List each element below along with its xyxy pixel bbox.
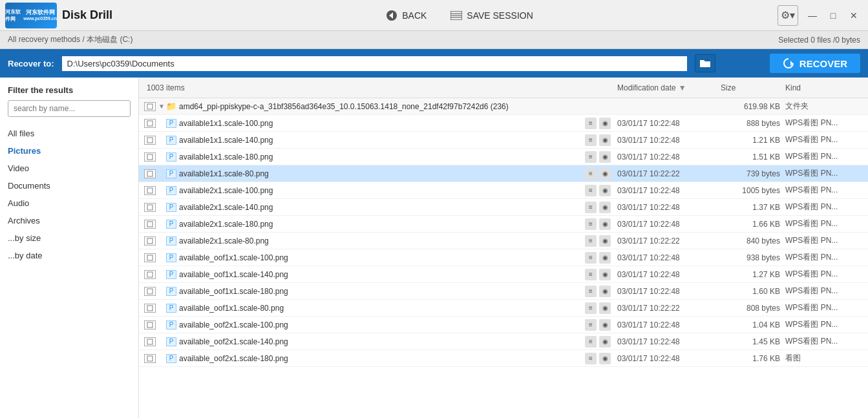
svg-rect-16 bbox=[147, 255, 153, 260]
row-checkbox[interactable] bbox=[144, 304, 156, 313]
svg-rect-22 bbox=[147, 356, 153, 361]
preview-icon[interactable]: ≡ bbox=[585, 319, 597, 331]
col-kind-header: Kind bbox=[785, 83, 863, 92]
preview-icon[interactable]: ≡ bbox=[585, 168, 597, 180]
file-kind: WPS看图 PN... bbox=[785, 134, 863, 145]
info-icon[interactable]: ◉ bbox=[599, 302, 611, 314]
row-checkbox[interactable] bbox=[144, 354, 156, 363]
item-count: 1003 items bbox=[144, 83, 578, 92]
preview-icon[interactable]: ≡ bbox=[585, 252, 597, 264]
row-checkbox[interactable] bbox=[144, 220, 156, 229]
info-icon[interactable]: ◉ bbox=[599, 118, 611, 129]
row-actions[interactable]: ≡ ◉ bbox=[578, 252, 617, 264]
row-actions[interactable]: ≡ ◉ bbox=[578, 269, 617, 280]
row-actions[interactable]: ≡ ◉ bbox=[578, 185, 617, 196]
preview-icon[interactable]: ≡ bbox=[585, 134, 597, 146]
preview-icon[interactable]: ≡ bbox=[585, 235, 597, 247]
preview-icon[interactable]: ≡ bbox=[585, 218, 597, 230]
file-icon: P bbox=[166, 186, 176, 195]
sidebar-item-pictures[interactable]: Pictures bbox=[0, 142, 138, 160]
row-actions[interactable]: ≡ ◉ bbox=[578, 302, 617, 314]
recover-button[interactable]: RECOVER bbox=[770, 54, 860, 73]
row-actions[interactable]: ≡ ◉ bbox=[578, 218, 617, 230]
info-icon[interactable]: ◉ bbox=[599, 269, 611, 280]
preview-icon[interactable]: ≡ bbox=[585, 202, 597, 213]
row-checkbox[interactable] bbox=[144, 320, 156, 329]
row-checkbox[interactable] bbox=[144, 102, 156, 111]
info-icon[interactable]: ◉ bbox=[599, 168, 611, 180]
row-checkbox[interactable] bbox=[144, 236, 156, 246]
info-icon[interactable]: ◉ bbox=[599, 218, 611, 230]
svg-rect-17 bbox=[147, 272, 153, 277]
preview-icon[interactable]: ≡ bbox=[585, 336, 597, 348]
row-checkbox[interactable] bbox=[144, 270, 156, 279]
row-actions[interactable]: ≡ ◉ bbox=[578, 168, 617, 180]
row-actions[interactable]: ≡ ◉ bbox=[578, 134, 617, 146]
file-kind: WPS看图 PN... bbox=[785, 252, 863, 263]
row-checkbox[interactable] bbox=[144, 136, 156, 145]
file-date: 03/01/17 10:22:48 bbox=[617, 354, 721, 363]
back-button[interactable]: BACK bbox=[380, 6, 432, 25]
info-icon[interactable]: ◉ bbox=[599, 252, 611, 264]
info-icon[interactable]: ◉ bbox=[599, 185, 611, 196]
row-actions[interactable]: ≡ ◉ bbox=[578, 353, 617, 364]
info-icon[interactable]: ◉ bbox=[599, 134, 611, 146]
sidebar-item-archives[interactable]: Archives bbox=[0, 212, 138, 229]
row-actions[interactable]: ≡ ◉ bbox=[578, 151, 617, 163]
info-icon[interactable]: ◉ bbox=[599, 202, 611, 213]
save-session-button[interactable]: SAVE SESSION bbox=[445, 6, 538, 25]
row-checkbox[interactable] bbox=[144, 186, 156, 195]
close-button[interactable]: ✕ bbox=[845, 6, 863, 25]
preview-icon[interactable]: ≡ bbox=[585, 185, 597, 196]
row-checkbox[interactable] bbox=[144, 169, 156, 178]
date-sort-icon[interactable]: ▼ bbox=[679, 83, 686, 92]
sidebar-item-documents[interactable]: Documents bbox=[0, 177, 138, 194]
file-date: 03/01/17 10:22:48 bbox=[617, 287, 721, 296]
preview-icon[interactable]: ≡ bbox=[585, 151, 597, 163]
info-icon[interactable]: ◉ bbox=[599, 235, 611, 247]
preview-icon[interactable]: ≡ bbox=[585, 269, 597, 280]
row-actions[interactable]: ≡ ◉ bbox=[578, 118, 617, 129]
info-icon[interactable]: ◉ bbox=[599, 286, 611, 297]
info-icon[interactable]: ◉ bbox=[599, 353, 611, 364]
row-actions[interactable]: ≡ ◉ bbox=[578, 235, 617, 247]
table-row: ▼ 📁 amd64_ppi-ppiskype-c-a_31bf3856ad364… bbox=[139, 98, 868, 115]
file-date: 03/01/17 10:22:48 bbox=[617, 337, 721, 346]
svg-rect-10 bbox=[147, 154, 153, 160]
row-checkbox[interactable] bbox=[144, 119, 156, 128]
row-checkbox[interactable] bbox=[144, 287, 156, 296]
table-row: P available1x1.scale-140.png ≡ ◉ 03/01/1… bbox=[139, 132, 868, 149]
minimize-button[interactable]: — bbox=[803, 6, 821, 25]
recover-path-input[interactable] bbox=[62, 56, 687, 71]
row-actions[interactable]: ≡ ◉ bbox=[578, 202, 617, 213]
maximize-button[interactable]: □ bbox=[824, 6, 842, 25]
row-actions[interactable]: ≡ ◉ bbox=[578, 286, 617, 297]
row-checkbox[interactable] bbox=[144, 152, 156, 162]
row-checkbox[interactable] bbox=[144, 253, 156, 262]
row-actions[interactable]: ≡ ◉ bbox=[578, 319, 617, 331]
preview-icon[interactable]: ≡ bbox=[585, 353, 597, 364]
info-icon[interactable]: ◉ bbox=[599, 151, 611, 163]
preview-icon[interactable]: ≡ bbox=[585, 286, 597, 297]
search-input[interactable] bbox=[8, 100, 131, 117]
file-kind: WPS看图 PN... bbox=[785, 118, 863, 129]
sidebar-item-by-size[interactable]: ...by size bbox=[0, 229, 138, 247]
browse-folder-button[interactable] bbox=[695, 54, 715, 72]
preview-icon[interactable]: ≡ bbox=[585, 118, 597, 129]
row-checkbox[interactable] bbox=[144, 203, 156, 212]
expand-icon[interactable]: ▼ bbox=[158, 103, 166, 110]
sidebar-item-by-date[interactable]: ...by date bbox=[0, 247, 138, 264]
settings-button[interactable]: ⚙▾ bbox=[778, 5, 798, 26]
sidebar-item-video[interactable]: Video bbox=[0, 160, 138, 177]
info-icon[interactable]: ◉ bbox=[599, 336, 611, 348]
row-actions[interactable]: ≡ ◉ bbox=[578, 336, 617, 348]
file-list: ▼ 📁 amd64_ppi-ppiskype-c-a_31bf3856ad364… bbox=[139, 98, 868, 418]
table-row: P available_oof2x1.scale-180.png ≡ ◉ 03/… bbox=[139, 350, 868, 367]
sidebar-item-all-files[interactable]: All files bbox=[0, 125, 138, 142]
preview-icon[interactable]: ≡ bbox=[585, 302, 597, 314]
info-icon[interactable]: ◉ bbox=[599, 319, 611, 331]
sidebar-item-audio[interactable]: Audio bbox=[0, 194, 138, 212]
row-checkbox[interactable] bbox=[144, 337, 156, 346]
col-date-header[interactable]: Modification date ▼ bbox=[617, 83, 721, 92]
file-date: 03/01/17 10:22:22 bbox=[617, 236, 721, 246]
